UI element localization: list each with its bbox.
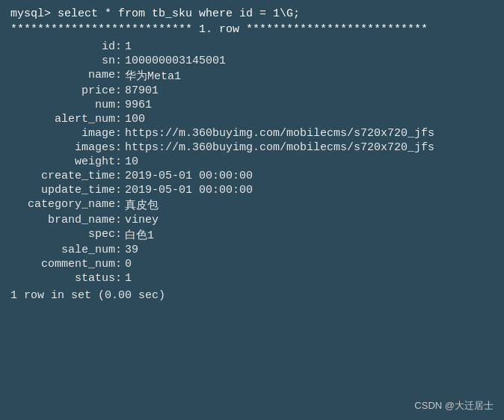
table-row: status: 1 (10, 272, 494, 285)
table-row: price: 87901 (10, 84, 494, 97)
table-row: sn: 100000003145001 (10, 55, 494, 67)
table-row: id: 1 (10, 40, 494, 53)
table-row: images: https://m.360buyimg.com/mobilecm… (10, 141, 494, 154)
field-colon: : (115, 272, 122, 285)
field-name: spec (10, 228, 115, 242)
field-value: viney (125, 214, 159, 226)
field-colon: : (115, 184, 122, 197)
table-row: name: 华为Meta1 (10, 69, 494, 83)
field-name: image (10, 127, 115, 140)
field-name: status (10, 272, 115, 285)
terminal-window: mysql> select * from tb_sku where id = 1… (0, 0, 504, 420)
table-row: create_time: 2019-05-01 00:00:00 (10, 170, 494, 182)
field-value: https://m.360buyimg.com/mobilecms/s720x7… (125, 127, 434, 140)
table-row: brand_name: viney (10, 214, 494, 226)
field-value: 39 (125, 244, 138, 256)
command-text: mysql> select * from tb_sku where id = 1… (10, 7, 300, 20)
table-row: num: 9961 (10, 99, 494, 111)
field-colon: : (115, 69, 122, 83)
field-colon: : (115, 244, 122, 256)
field-value: 真皮包 (125, 198, 159, 212)
field-name: category_name (10, 198, 115, 212)
field-value: 100000003145001 (125, 55, 226, 67)
command-line: mysql> select * from tb_sku where id = 1… (10, 7, 494, 20)
footer-line: 1 row in set (0.00 sec) (10, 289, 494, 302)
table-row: category_name: 真皮包 (10, 198, 494, 212)
table-row: update_time: 2019-05-01 00:00:00 (10, 184, 494, 197)
table-row: spec: 白色1 (10, 228, 494, 242)
field-name: sale_num (10, 244, 115, 256)
field-name: price (10, 84, 115, 97)
field-colon: : (115, 127, 122, 140)
field-value: 100 (125, 113, 145, 126)
watermark: CSDN @大迁居士 (414, 399, 494, 413)
divider-line: *************************** 1. row *****… (10, 23, 494, 36)
field-name: update_time (10, 184, 115, 197)
field-name: create_time (10, 170, 115, 182)
field-colon: : (115, 258, 122, 271)
field-colon: : (115, 228, 122, 242)
field-value: 1 (125, 40, 132, 53)
field-name: num (10, 99, 115, 111)
field-name: id (10, 40, 115, 53)
field-colon: : (115, 40, 122, 53)
field-name: comment_num (10, 258, 115, 271)
field-colon: : (115, 113, 122, 126)
table-row: alert_num: 100 (10, 113, 494, 126)
field-value: 10 (125, 155, 138, 168)
field-value: 华为Meta1 (125, 69, 181, 83)
field-value: 0 (125, 258, 132, 271)
table-row: sale_num: 39 (10, 244, 494, 256)
footer-text: 1 row in set (0.00 sec) (10, 289, 165, 302)
field-colon: : (115, 214, 122, 226)
table-row: image: https://m.360buyimg.com/mobilecms… (10, 127, 494, 140)
field-colon: : (115, 155, 122, 168)
field-colon: : (115, 55, 122, 67)
field-value: 87901 (125, 84, 159, 97)
field-value: 9961 (125, 99, 152, 111)
field-colon: : (115, 170, 122, 182)
field-value: https://m.360buyimg.com/mobilecms/s720x7… (125, 141, 434, 154)
field-colon: : (115, 84, 122, 97)
field-value: 1 (125, 272, 132, 285)
table-row: comment_num: 0 (10, 258, 494, 271)
table-row: weight: 10 (10, 155, 494, 168)
field-value: 白色1 (125, 228, 154, 242)
field-name: images (10, 141, 115, 154)
data-rows-container: id: 1sn: 100000003145001name: 华为Meta1pri… (10, 40, 494, 285)
field-colon: : (115, 141, 122, 154)
field-value: 2019-05-01 00:00:00 (125, 184, 253, 197)
field-colon: : (115, 99, 122, 111)
field-name: weight (10, 155, 115, 168)
field-value: 2019-05-01 00:00:00 (125, 170, 253, 182)
field-colon: : (115, 198, 122, 212)
field-name: alert_num (10, 113, 115, 126)
field-name: name (10, 69, 115, 83)
field-name: sn (10, 55, 115, 67)
field-name: brand_name (10, 214, 115, 226)
